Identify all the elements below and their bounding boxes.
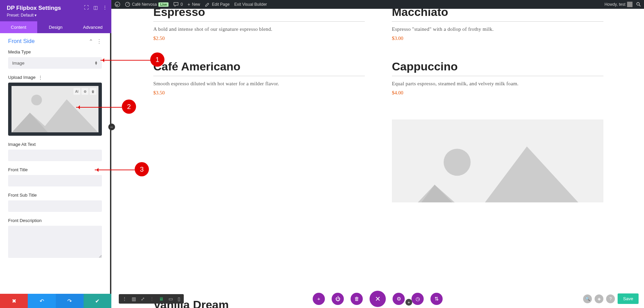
media-type-label: Media Type: [8, 49, 102, 54]
upload-image-box[interactable]: AI ⚙ 🗑: [8, 83, 102, 136]
wp-logo-icon[interactable]: [115, 2, 120, 7]
zoom-icon[interactable]: ⤢: [141, 296, 145, 302]
comments-link[interactable]: 0: [173, 2, 183, 7]
swap-button[interactable]: ⇅: [430, 293, 443, 305]
layers-icon[interactable]: ◈: [595, 294, 603, 303]
delete-button[interactable]: 🗑: [351, 293, 363, 305]
expand-icon[interactable]: ◫: [93, 5, 98, 10]
menu-item: Cappuccino Equal parts espresso, steamed…: [392, 60, 603, 96]
dashboard-icon: [125, 2, 130, 7]
upload-image-label: Upload Image ⋮: [8, 75, 102, 80]
menu-item-desc: A bold and intense shot of our signature…: [153, 26, 365, 32]
front-title-label: Front Title: [8, 167, 102, 172]
pencil-icon: [205, 2, 210, 7]
image-alt-input[interactable]: [8, 150, 102, 161]
chevron-down-icon: ▾: [35, 13, 37, 18]
settings-button[interactable]: ⚙: [393, 293, 405, 305]
live-badge: Live: [158, 2, 169, 7]
confirm-button[interactable]: ✔: [84, 294, 111, 308]
svg-point-2: [637, 2, 639, 5]
comments-count: 0: [180, 2, 183, 7]
edit-page-link[interactable]: Edit Page: [205, 2, 229, 7]
front-desc-label: Front Description: [8, 218, 102, 223]
site-name-text: Café Nervosa: [132, 2, 157, 7]
sidebar-tabs: Content Design Advanced: [0, 21, 111, 33]
menu-item-desc: Smooth espresso diluted with hot water f…: [153, 81, 365, 87]
image-delete-icon[interactable]: 🗑: [90, 88, 96, 95]
select-arrows-icon: ▲▼: [94, 61, 98, 65]
image-alt-label: Image Alt Text: [8, 142, 102, 147]
front-subtitle-label: Front Sub Title: [8, 193, 102, 198]
edit-page-label: Edit Page: [212, 2, 229, 7]
menu-item-desc: Espresso "stained" with a dollop of frot…: [392, 26, 603, 32]
divider-icon: ⋮: [150, 296, 154, 302]
new-label: New: [192, 2, 200, 7]
svg-point-4: [31, 95, 42, 106]
upload-options-icon[interactable]: ⋮: [38, 75, 43, 80]
section-title-front-side[interactable]: Front Side: [8, 38, 35, 45]
help-icon[interactable]: ?: [606, 294, 615, 303]
menu-item: Café Americano Smooth espresso diluted w…: [153, 60, 365, 96]
media-type-select[interactable]: Image ▲▼: [8, 57, 102, 69]
search-icon[interactable]: [636, 2, 641, 7]
preset-dropdown[interactable]: Preset: Default ▾: [7, 13, 37, 18]
howdy-link[interactable]: Howdy, test: [604, 2, 632, 7]
desktop-view-icon[interactable]: 🖥: [159, 296, 164, 302]
power-button[interactable]: ⏻: [332, 293, 344, 305]
preset-label: Preset: Default: [7, 13, 34, 18]
history-button[interactable]: ◷: [412, 293, 424, 305]
front-subtitle-input[interactable]: [8, 200, 102, 212]
exit-vb-link[interactable]: Exit Visual Builder: [234, 2, 267, 7]
menu-item-title: Cappuccino: [392, 60, 603, 76]
section-more-icon[interactable]: ⋮: [96, 38, 102, 45]
sidebar-resize-handle[interactable]: ↔: [108, 124, 115, 130]
tab-advanced[interactable]: Advanced: [74, 21, 111, 33]
site-name-link[interactable]: Café Nervosa Live: [125, 2, 169, 7]
collapse-icon[interactable]: ⌃: [89, 38, 93, 45]
layers-more-icon[interactable]: ⋮: [122, 296, 127, 302]
redo-button[interactable]: ↷: [56, 294, 84, 308]
add-button[interactable]: +: [313, 293, 325, 305]
menu-item: Espresso A bold and intense shot of our …: [153, 9, 365, 41]
page-preview: Espresso A bold and intense shot of our …: [113, 9, 644, 308]
devices-box: ⋮ ▥ ⤢ ⋮ 🖥 ▭ ▯: [119, 294, 184, 304]
more-icon[interactable]: ⋮: [103, 5, 107, 10]
menu-item-price: $3.00: [392, 36, 603, 41]
menu-item: Macchiato Espresso "stained" with a doll…: [392, 9, 603, 41]
save-button[interactable]: Save: [618, 293, 639, 304]
menu-item-title: Café Americano: [153, 60, 365, 76]
find-icon[interactable]: 🔍: [583, 294, 592, 303]
sidebar-body: Front Side ⌃ ⋮ Media Type Image ▲▼ Uploa…: [0, 33, 111, 294]
menu-item-price: $4.00: [392, 90, 603, 96]
howdy-text: Howdy, test: [604, 2, 625, 7]
wp-adminbar: Café Nervosa Live 0 + New Edit Page Exit…: [111, 0, 644, 9]
tab-design[interactable]: Design: [37, 21, 74, 33]
new-link[interactable]: + New: [187, 2, 200, 7]
front-desc-input[interactable]: [8, 226, 102, 258]
builder-bottombar: ⋮ ▥ ⤢ ⋮ 🖥 ▭ ▯ + ⏻ 🗑 ✕ ⚙ ◷ ⇅ + 🔍 ◈ ? Save: [111, 293, 644, 304]
wireframe-view-icon[interactable]: ▥: [132, 296, 136, 302]
image-settings-icon[interactable]: ⚙: [82, 88, 88, 95]
placeholder-image-icon: [392, 119, 603, 202]
tablet-view-icon[interactable]: ▭: [169, 296, 173, 302]
phone-view-icon[interactable]: ▯: [178, 296, 180, 302]
menu-item-title: Macchiato: [392, 9, 603, 22]
media-type-value: Image: [12, 61, 24, 66]
focus-icon[interactable]: ⛶: [84, 5, 89, 10]
sidebar-header: DP Flipbox Settings Preset: Default ▾ ⛶ …: [0, 0, 111, 21]
close-button[interactable]: ✕: [370, 291, 386, 307]
menu-item-price: $3.50: [153, 90, 365, 96]
front-title-input[interactable]: [8, 175, 102, 186]
comment-icon: [173, 2, 179, 7]
add-section-button[interactable]: +: [405, 299, 412, 306]
avatar: [627, 2, 632, 7]
tab-content[interactable]: Content: [0, 21, 37, 33]
plus-icon: +: [187, 2, 190, 7]
flipbox-placeholder[interactable]: [392, 119, 603, 202]
settings-sidebar: DP Flipbox Settings Preset: Default ▾ ⛶ …: [0, 0, 111, 308]
cancel-button[interactable]: ✖: [0, 294, 28, 308]
undo-button[interactable]: ↶: [28, 294, 55, 308]
svg-point-6: [444, 149, 471, 176]
ai-icon[interactable]: AI: [73, 88, 80, 95]
menu-item-title: Espresso: [153, 9, 365, 22]
